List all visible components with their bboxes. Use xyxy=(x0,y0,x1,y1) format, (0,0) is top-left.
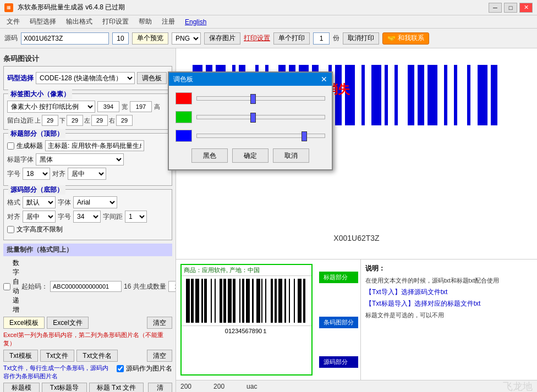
margin-top-label: 上 xyxy=(35,117,41,125)
generate-label-cb[interactable] xyxy=(7,142,14,150)
menu-output-format[interactable]: 输出格式 xyxy=(62,16,97,27)
preview-button[interactable]: 单个预览 xyxy=(132,32,168,45)
margin-top-input[interactable] xyxy=(42,115,58,126)
height-unlimited-checkbox[interactable]: 文字高度不限制 xyxy=(7,225,63,234)
font-label: 标题字体 xyxy=(7,155,34,164)
src-format-select[interactable]: 默认 xyxy=(23,196,56,208)
clear-button-3[interactable]: 清空 xyxy=(148,383,172,392)
menu-barcode-type[interactable]: 码型选择 xyxy=(25,16,61,27)
src-size-select[interactable]: 3428 xyxy=(73,211,101,223)
menu-file[interactable]: 文件 xyxy=(2,16,24,27)
excel-template-button[interactable]: Excel模板 xyxy=(3,317,45,329)
font-select[interactable]: 黑体宋体Arial xyxy=(36,153,124,165)
txt-file-button[interactable]: Txt文件 xyxy=(40,350,75,362)
green-slider-thumb[interactable] xyxy=(250,113,256,123)
auto-increment-checkbox[interactable]: 数字自动递增 xyxy=(3,258,19,314)
generate-label-checkbox[interactable]: 生成标题 xyxy=(7,141,43,151)
start-code-input[interactable] xyxy=(50,281,122,292)
batch-header: 批量制作（格式同上） xyxy=(3,244,172,256)
margin-bottom-input[interactable] xyxy=(67,115,83,126)
source-section-title: 源码部分（底部） xyxy=(8,185,65,195)
status-uac: uac xyxy=(246,383,257,390)
margin-left-label: 左 xyxy=(84,117,90,125)
maximize-button[interactable]: □ xyxy=(504,3,517,13)
txt-header-import-button[interactable]: Txt标题导入 xyxy=(42,383,87,392)
bottom-preview-footer: 01234567890１ xyxy=(182,325,311,336)
info-line-1: 在使用文本文件的时候，源码txt和标题txt配合使用 xyxy=(365,275,533,286)
cancel-print-button[interactable]: 取消打印 xyxy=(343,32,379,45)
source-input[interactable] xyxy=(21,32,109,45)
window-title: 东软条形码批量生成器 v6.4.8 已过期 xyxy=(18,3,125,12)
align-select[interactable]: 居中左对齐右对齐 xyxy=(68,168,106,180)
auto-increment-cb[interactable] xyxy=(3,283,10,290)
blue-slider-thumb[interactable] xyxy=(302,131,307,141)
format-select[interactable]: PNG xyxy=(172,32,201,45)
menu-bar: 文件 码型选择 输出格式 打印设置 帮助 注册 English xyxy=(0,15,537,29)
header-template-button[interactable]: 标题模板 xyxy=(3,383,40,392)
src-spacing-label: 字间距 xyxy=(103,212,123,222)
height-label: 高 xyxy=(154,103,160,111)
status-x: 200 xyxy=(180,383,191,390)
generate-label-text: 生成标题 xyxy=(17,141,43,151)
bottom-preview-barcode-area xyxy=(182,276,311,325)
minimize-button[interactable]: ─ xyxy=(489,3,502,13)
margin-label: 留白边距 xyxy=(7,116,34,125)
blue-slider-track[interactable] xyxy=(196,134,325,138)
black-button[interactable]: 黑色 xyxy=(191,148,228,163)
menu-print-settings[interactable]: 打印设置 xyxy=(98,16,133,27)
scale-select[interactable]: 像素大小 按打印纸比例 xyxy=(7,101,95,113)
label-tags: 标题部分 条码图 部分 源码部分 xyxy=(317,260,360,380)
label-text-input[interactable] xyxy=(45,140,144,151)
source-as-image-checkbox[interactable]: 源码作为图片名 xyxy=(117,364,172,373)
contact-button[interactable]: 🤝 和我联系 xyxy=(382,32,429,45)
red-slider-thumb[interactable] xyxy=(250,94,256,104)
height-input[interactable] xyxy=(130,101,152,112)
clear-button-1[interactable]: 清空 xyxy=(147,317,172,329)
green-slider-track[interactable] xyxy=(196,115,325,119)
txt-template-button[interactable]: Txt模板 xyxy=(3,350,38,362)
src-spacing-select[interactable]: 12 xyxy=(125,211,147,223)
auto-increment-text: 数字自动递增 xyxy=(13,258,19,314)
info-panel: 说明： 在使用文本文件的时候，源码txt和标题txt配合使用 【Txt导入】选择… xyxy=(360,260,537,380)
count-input[interactable] xyxy=(112,32,129,45)
src-font-select[interactable]: Arial黑体 xyxy=(73,196,117,208)
width-input[interactable] xyxy=(97,101,119,112)
barcode-type-select[interactable]: CODE-128 (快递物流仓情） xyxy=(36,72,135,84)
txt-hint: Txt文件，每行生成一个条形码，源码内容作为条形码图片名 xyxy=(3,364,110,380)
src-align-select[interactable]: 居中左 xyxy=(23,211,56,223)
status-bar: 200 200 uac 飞龙地 xyxy=(176,380,537,392)
toolbar: 源码 单个预览 PNG 保存图片 打印设置 单个打印 份 取消打印 🤝 和我联系 xyxy=(0,29,537,48)
src-size-label: 字号 xyxy=(58,212,71,222)
color-dialog[interactable]: 调色板 ✕ xyxy=(168,71,333,170)
height-unlimited-text: 文字高度不限制 xyxy=(17,225,63,234)
size-select[interactable]: 181412 xyxy=(23,168,50,180)
print-copies-input[interactable] xyxy=(313,32,330,45)
save-image-button[interactable]: 保存图片 xyxy=(204,32,240,45)
confirm-button[interactable]: 确定 xyxy=(232,148,268,163)
menu-register[interactable]: 注册 xyxy=(157,16,179,27)
color-dialog-close-icon[interactable]: ✕ xyxy=(321,75,327,84)
single-print-button[interactable]: 单个打印 xyxy=(273,32,310,45)
height-unlimited-cb[interactable] xyxy=(7,226,14,233)
print-settings-button[interactable]: 打印设置 xyxy=(244,34,270,43)
margin-right-input[interactable] xyxy=(116,115,133,126)
source-as-image-cb[interactable] xyxy=(117,365,124,372)
header-txt-filename-button[interactable]: 标题 Txt 文件名 xyxy=(89,383,144,392)
menu-english[interactable]: English xyxy=(180,17,211,27)
info-link-2: 【Txt标题导入】选择对应的标题文件txt xyxy=(365,300,480,307)
source-as-image-text: 源码作为图片名 xyxy=(126,364,172,373)
clear-button-2[interactable]: 清空 xyxy=(147,350,172,362)
red-slider-track[interactable] xyxy=(196,96,325,101)
title-bar: ▦ 东软条形码批量生成器 v6.4.8 已过期 ─ □ ✕ xyxy=(0,0,537,15)
total-input[interactable] xyxy=(168,281,176,292)
contact-label: 和我联系 xyxy=(398,34,424,43)
color-panel-button[interactable]: 调色板 xyxy=(137,72,167,84)
label-tag-source: 源码部分 xyxy=(319,356,358,368)
margin-left-input[interactable] xyxy=(91,115,108,126)
txt-filename-button[interactable]: Txt文件名 xyxy=(76,350,118,362)
menu-help[interactable]: 帮助 xyxy=(134,16,156,27)
cancel-color-button[interactable]: 取消 xyxy=(273,148,309,163)
close-button[interactable]: ✕ xyxy=(519,3,533,13)
status-y: 200 xyxy=(213,383,224,390)
excel-file-button[interactable]: Excel文件 xyxy=(47,317,88,329)
